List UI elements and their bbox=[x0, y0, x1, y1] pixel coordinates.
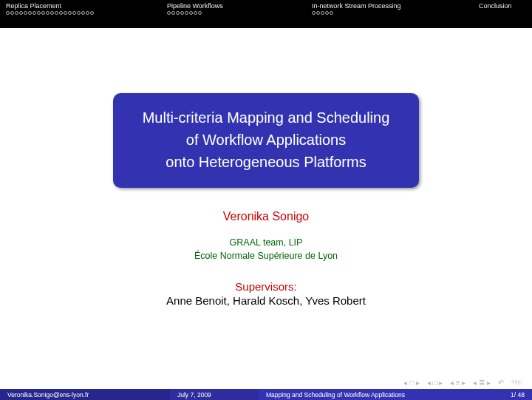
section-nav-label: Replica Placement bbox=[6, 2, 155, 10]
author-block: Veronika Sonigo GRAAL team, LIP École No… bbox=[0, 210, 532, 307]
nav-subsection-icon[interactable]: ◂ ≡ ▸ bbox=[450, 379, 466, 387]
nav-frame-icon[interactable]: ◂ ▭ ▸ bbox=[427, 379, 443, 387]
title-line-3: onto Heterogeneous Platforms bbox=[143, 151, 390, 173]
section-nav-item[interactable]: Pipeline Workflows bbox=[161, 2, 306, 15]
nav-slide-icon[interactable]: ◂ □ ▸ bbox=[403, 379, 420, 387]
section-nav-dots bbox=[6, 11, 155, 15]
title-line-2: of Workflow Applications bbox=[143, 129, 390, 151]
beamer-nav-icons[interactable]: ◂ □ ▸ ◂ ▭ ▸ ◂ ≡ ▸ ◂ ≣ ▸ ↶ ૧९૯ bbox=[403, 379, 522, 387]
section-nav-label: Pipeline Workflows bbox=[167, 2, 300, 10]
section-nav-dots bbox=[312, 11, 467, 15]
nav-section-icon[interactable]: ◂ ≣ ▸ bbox=[473, 379, 491, 387]
nav-back-icon[interactable]: ↶ bbox=[498, 379, 504, 387]
footer-page: 1/ 48 bbox=[494, 389, 532, 400]
section-nav-item[interactable]: In-network Stream Processing bbox=[306, 2, 473, 15]
affiliation-line-2: École Normale Supérieure de Lyon bbox=[0, 250, 532, 263]
section-nav-item[interactable]: Replica Placement bbox=[0, 2, 161, 15]
footer-author: Veronika.Sonigo@ens-lyon.fr bbox=[0, 389, 170, 400]
nav-search-icon[interactable]: ૧९૯ bbox=[511, 379, 522, 387]
supervisors-names: Anne Benoit, Harald Kosch, Yves Robert bbox=[0, 294, 532, 307]
section-nav-label: In-network Stream Processing bbox=[312, 2, 467, 10]
affiliation-line-1: GRAAL team, LIP bbox=[0, 237, 532, 250]
section-nav-bar: Replica PlacementPipeline WorkflowsIn-ne… bbox=[0, 0, 532, 28]
footer-title: Mapping and Scheduling of Workflow Appli… bbox=[259, 389, 494, 400]
section-nav-item[interactable]: Conclusion bbox=[473, 2, 532, 11]
section-nav-dots bbox=[167, 11, 300, 15]
title-block: Multi-criteria Mapping and Scheduling of… bbox=[113, 93, 420, 188]
footer-bar: Veronika.Sonigo@ens-lyon.fr July 7, 2009… bbox=[0, 389, 532, 400]
author-name: Veronika Sonigo bbox=[0, 210, 532, 223]
title-line-1: Multi-criteria Mapping and Scheduling bbox=[143, 106, 390, 129]
section-nav-label: Conclusion bbox=[479, 2, 526, 10]
footer-date: July 7, 2009 bbox=[170, 389, 259, 400]
supervisors-label: Supervisors: bbox=[0, 280, 532, 293]
